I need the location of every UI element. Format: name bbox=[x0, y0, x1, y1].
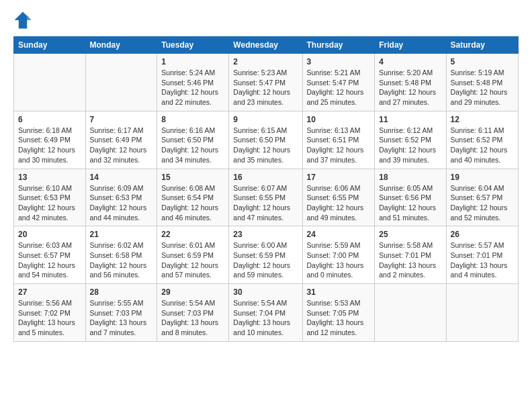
day-cell: 24Sunrise: 5:59 AM Sunset: 7:00 PM Dayli… bbox=[302, 226, 375, 284]
day-cell: 13Sunrise: 6:10 AM Sunset: 6:53 PM Dayli… bbox=[14, 169, 86, 226]
day-cell: 4Sunrise: 5:20 AM Sunset: 5:48 PM Daylig… bbox=[375, 54, 446, 111]
day-cell: 9Sunrise: 6:15 AM Sunset: 6:50 PM Daylig… bbox=[229, 111, 302, 169]
day-info: Sunrise: 6:05 AM Sunset: 6:56 PM Dayligh… bbox=[379, 183, 441, 223]
header-cell-thursday: Thursday bbox=[302, 37, 375, 54]
day-number: 11 bbox=[379, 115, 441, 124]
day-number: 2 bbox=[233, 57, 298, 66]
header-cell-saturday: Saturday bbox=[446, 37, 518, 54]
day-info: Sunrise: 5:54 AM Sunset: 7:04 PM Dayligh… bbox=[233, 298, 298, 338]
day-number: 21 bbox=[90, 230, 153, 239]
day-number: 19 bbox=[451, 173, 514, 182]
day-cell: 6Sunrise: 6:18 AM Sunset: 6:49 PM Daylig… bbox=[14, 111, 86, 169]
week-row-4: 20Sunrise: 6:03 AM Sunset: 6:57 PM Dayli… bbox=[14, 226, 519, 284]
day-info: Sunrise: 6:04 AM Sunset: 6:57 PM Dayligh… bbox=[451, 183, 514, 223]
day-info: Sunrise: 6:06 AM Sunset: 6:55 PM Dayligh… bbox=[307, 183, 371, 223]
day-number: 3 bbox=[307, 57, 371, 66]
day-cell: 26Sunrise: 5:57 AM Sunset: 7:01 PM Dayli… bbox=[446, 226, 518, 284]
day-info: Sunrise: 5:54 AM Sunset: 7:03 PM Dayligh… bbox=[161, 298, 224, 338]
day-cell: 10Sunrise: 6:13 AM Sunset: 6:51 PM Dayli… bbox=[302, 111, 375, 169]
day-number: 27 bbox=[18, 287, 81, 297]
day-cell: 28Sunrise: 5:55 AM Sunset: 7:03 PM Dayli… bbox=[85, 284, 157, 342]
day-number: 10 bbox=[307, 115, 371, 124]
header bbox=[13, 11, 519, 30]
day-number: 31 bbox=[307, 287, 371, 297]
day-info: Sunrise: 5:57 AM Sunset: 7:01 PM Dayligh… bbox=[451, 240, 514, 280]
day-number: 20 bbox=[18, 230, 81, 239]
day-info: Sunrise: 5:24 AM Sunset: 5:46 PM Dayligh… bbox=[161, 68, 224, 107]
calendar-table: SundayMondayTuesdayWednesdayThursdayFrid… bbox=[13, 36, 519, 342]
day-cell: 18Sunrise: 6:05 AM Sunset: 6:56 PM Dayli… bbox=[375, 169, 446, 226]
day-number: 22 bbox=[161, 230, 224, 239]
day-number: 6 bbox=[18, 115, 81, 124]
day-cell: 19Sunrise: 6:04 AM Sunset: 6:57 PM Dayli… bbox=[446, 169, 518, 226]
day-info: Sunrise: 5:56 AM Sunset: 7:02 PM Dayligh… bbox=[18, 298, 81, 338]
header-cell-wednesday: Wednesday bbox=[229, 37, 302, 54]
day-number: 24 bbox=[307, 230, 371, 239]
day-cell: 11Sunrise: 6:12 AM Sunset: 6:52 PM Dayli… bbox=[375, 111, 446, 169]
svg-marker-1 bbox=[27, 15, 31, 20]
day-cell: 8Sunrise: 6:16 AM Sunset: 6:50 PM Daylig… bbox=[157, 111, 229, 169]
day-cell: 3Sunrise: 5:21 AM Sunset: 5:47 PM Daylig… bbox=[302, 54, 375, 111]
day-info: Sunrise: 6:15 AM Sunset: 6:50 PM Dayligh… bbox=[233, 126, 298, 165]
day-number: 23 bbox=[233, 230, 298, 239]
day-cell: 1Sunrise: 5:24 AM Sunset: 5:46 PM Daylig… bbox=[157, 54, 229, 111]
day-cell: 21Sunrise: 6:02 AM Sunset: 6:58 PM Dayli… bbox=[85, 226, 157, 284]
day-info: Sunrise: 6:12 AM Sunset: 6:52 PM Dayligh… bbox=[379, 126, 441, 165]
day-cell: 16Sunrise: 6:07 AM Sunset: 6:55 PM Dayli… bbox=[229, 169, 302, 226]
day-number: 16 bbox=[233, 173, 298, 182]
week-row-1: 1Sunrise: 5:24 AM Sunset: 5:46 PM Daylig… bbox=[14, 54, 519, 111]
day-number: 25 bbox=[379, 230, 441, 239]
day-number: 28 bbox=[90, 287, 153, 297]
day-cell: 17Sunrise: 6:06 AM Sunset: 6:55 PM Dayli… bbox=[302, 169, 375, 226]
day-info: Sunrise: 6:08 AM Sunset: 6:54 PM Dayligh… bbox=[161, 183, 224, 223]
day-info: Sunrise: 5:53 AM Sunset: 7:05 PM Dayligh… bbox=[307, 298, 371, 338]
day-cell bbox=[14, 54, 86, 111]
day-number: 7 bbox=[90, 115, 153, 124]
day-number: 9 bbox=[233, 115, 298, 124]
day-info: Sunrise: 6:00 AM Sunset: 6:59 PM Dayligh… bbox=[233, 240, 298, 280]
day-cell: 15Sunrise: 6:08 AM Sunset: 6:54 PM Dayli… bbox=[157, 169, 229, 226]
day-info: Sunrise: 6:02 AM Sunset: 6:58 PM Dayligh… bbox=[90, 240, 153, 280]
day-cell bbox=[446, 284, 518, 342]
week-row-2: 6Sunrise: 6:18 AM Sunset: 6:49 PM Daylig… bbox=[14, 111, 519, 169]
day-cell: 7Sunrise: 6:17 AM Sunset: 6:49 PM Daylig… bbox=[85, 111, 157, 169]
day-cell: 14Sunrise: 6:09 AM Sunset: 6:53 PM Dayli… bbox=[85, 169, 157, 226]
day-number: 17 bbox=[307, 173, 371, 182]
day-info: Sunrise: 5:59 AM Sunset: 7:00 PM Dayligh… bbox=[307, 240, 371, 280]
header-row: SundayMondayTuesdayWednesdayThursdayFrid… bbox=[14, 37, 519, 54]
day-number: 13 bbox=[18, 173, 81, 182]
day-cell: 23Sunrise: 6:00 AM Sunset: 6:59 PM Dayli… bbox=[229, 226, 302, 284]
day-cell: 2Sunrise: 5:23 AM Sunset: 5:47 PM Daylig… bbox=[229, 54, 302, 111]
day-info: Sunrise: 5:20 AM Sunset: 5:48 PM Dayligh… bbox=[379, 68, 441, 107]
day-cell: 22Sunrise: 6:01 AM Sunset: 6:59 PM Dayli… bbox=[157, 226, 229, 284]
day-number: 26 bbox=[451, 230, 514, 239]
day-info: Sunrise: 6:17 AM Sunset: 6:49 PM Dayligh… bbox=[90, 126, 153, 165]
day-cell: 20Sunrise: 6:03 AM Sunset: 6:57 PM Dayli… bbox=[14, 226, 86, 284]
header-cell-friday: Friday bbox=[375, 37, 446, 54]
page: SundayMondayTuesdayWednesdayThursdayFrid… bbox=[0, 0, 532, 411]
logo bbox=[13, 11, 35, 30]
day-number: 18 bbox=[379, 173, 441, 182]
day-cell: 31Sunrise: 5:53 AM Sunset: 7:05 PM Dayli… bbox=[302, 284, 375, 342]
header-cell-sunday: Sunday bbox=[14, 37, 86, 54]
day-cell: 30Sunrise: 5:54 AM Sunset: 7:04 PM Dayli… bbox=[229, 284, 302, 342]
day-info: Sunrise: 6:03 AM Sunset: 6:57 PM Dayligh… bbox=[18, 240, 81, 280]
day-cell: 27Sunrise: 5:56 AM Sunset: 7:02 PM Dayli… bbox=[14, 284, 86, 342]
day-info: Sunrise: 6:10 AM Sunset: 6:53 PM Dayligh… bbox=[18, 183, 81, 223]
week-row-3: 13Sunrise: 6:10 AM Sunset: 6:53 PM Dayli… bbox=[14, 169, 519, 226]
day-info: Sunrise: 6:09 AM Sunset: 6:53 PM Dayligh… bbox=[90, 183, 153, 223]
day-info: Sunrise: 5:19 AM Sunset: 5:48 PM Dayligh… bbox=[451, 68, 514, 107]
day-number: 1 bbox=[161, 57, 224, 66]
day-cell bbox=[375, 284, 446, 342]
day-cell: 29Sunrise: 5:54 AM Sunset: 7:03 PM Dayli… bbox=[157, 284, 229, 342]
day-info: Sunrise: 6:16 AM Sunset: 6:50 PM Dayligh… bbox=[161, 126, 224, 165]
day-number: 14 bbox=[90, 173, 153, 182]
day-info: Sunrise: 6:07 AM Sunset: 6:55 PM Dayligh… bbox=[233, 183, 298, 223]
day-info: Sunrise: 5:58 AM Sunset: 7:01 PM Dayligh… bbox=[379, 240, 441, 280]
day-cell: 5Sunrise: 5:19 AM Sunset: 5:48 PM Daylig… bbox=[446, 54, 518, 111]
day-info: Sunrise: 5:21 AM Sunset: 5:47 PM Dayligh… bbox=[307, 68, 371, 107]
day-number: 4 bbox=[379, 57, 441, 66]
logo-icon bbox=[13, 11, 32, 30]
day-cell: 12Sunrise: 6:11 AM Sunset: 6:52 PM Dayli… bbox=[446, 111, 518, 169]
week-row-5: 27Sunrise: 5:56 AM Sunset: 7:02 PM Dayli… bbox=[14, 284, 519, 342]
